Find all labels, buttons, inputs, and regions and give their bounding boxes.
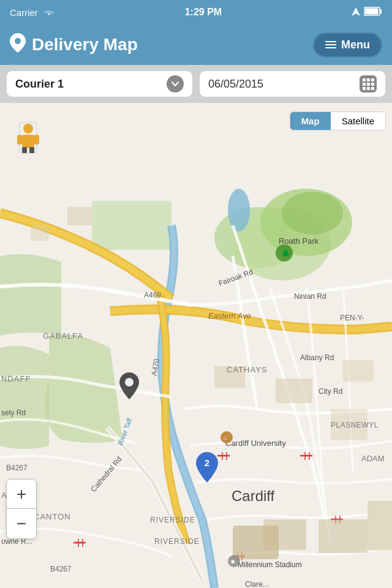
svg-point-78 [125,378,134,386]
svg-rect-32 [343,360,374,382]
delivery-pin-1[interactable] [119,372,139,402]
svg-text:CATHAYS: CATHAYS [227,365,267,374]
svg-text:City Rd: City Rd [318,387,342,396]
calendar-grid-icon [360,75,377,92]
battery-icon [364,7,382,18]
svg-rect-2 [380,9,382,13]
svg-text:Cardiff University: Cardiff University [225,439,286,448]
svg-text:⌂: ⌂ [224,434,227,441]
svg-text:Cardiff: Cardiff [232,488,275,504]
courier-dropdown[interactable]: Courier 1 [6,70,193,97]
svg-text:PEN-Y-: PEN-Y- [340,314,364,322]
map-view: Eastern Ave Roath Park PEN-Y- GABALFA A4… [0,103,392,588]
map-type-toggle: Map Satellite [290,111,386,130]
svg-rect-77 [29,147,34,153]
date-value: 06/05/2015 [208,78,263,91]
zoom-controls: + − [6,479,37,539]
svg-text:A469: A469 [144,291,161,300]
controls-bar: Courier 1 06/05/2015 [0,65,392,103]
svg-rect-34 [318,519,368,553]
svg-text:🌲: 🌲 [281,248,290,257]
svg-text:Millennium Stadium: Millennium Stadium [238,560,302,569]
svg-text:Roath Park: Roath Park [279,236,319,246]
location-arrow-icon [352,7,360,18]
svg-rect-74 [17,135,22,145]
svg-point-11 [228,189,250,232]
zoom-in-button[interactable]: + [7,480,36,509]
svg-text:ADAM: ADAM [361,454,385,463]
svg-text:PLASNEWYL: PLASNEWYL [331,421,379,429]
menu-label: Menu [341,39,370,51]
svg-rect-6 [92,201,172,250]
svg-text:B4267: B4267 [50,565,72,573]
map-container[interactable]: Eastern Ave Roath Park PEN-Y- GABALFA A4… [0,103,392,588]
svg-text:NDAFF: NDAFF [1,374,31,383]
hamburger-icon [325,41,336,48]
delivery-pin-2[interactable]: 2 [196,452,218,485]
courier-value: Courier 1 [15,78,64,91]
svg-text:■: ■ [231,558,235,565]
zoom-out-button[interactable]: − [7,509,36,538]
svg-text:2: 2 [205,458,209,468]
svg-text:Eastern Ave: Eastern Ave [208,311,251,320]
chevron-down-icon [167,75,184,92]
svg-text:Clare...: Clare... [245,580,269,588]
svg-point-72 [23,124,33,134]
svg-marker-0 [352,7,360,16]
svg-rect-27 [67,207,92,225]
svg-text:B4267: B4267 [6,464,28,472]
status-time: 1:29 PM [185,7,222,18]
svg-rect-76 [22,147,27,153]
map-type-satellite-button[interactable]: Satellite [331,112,385,130]
svg-rect-28 [31,225,49,241]
svg-text:sely Rd: sely Rd [1,409,26,417]
svg-text:RIVERSIDE: RIVERSIDE [150,516,195,524]
status-bar: Carrier 1:29 PM [0,0,392,24]
svg-point-10 [282,192,343,235]
wifi-icon [43,7,55,18]
menu-button[interactable]: Menu [313,32,382,58]
svg-rect-36 [233,526,279,559]
svg-text:RIVERSIDE: RIVERSIDE [154,537,200,546]
svg-rect-35 [368,501,392,550]
svg-rect-30 [276,379,312,403]
svg-text:GABALFA: GABALFA [43,331,83,341]
carrier-label: Carrier [10,7,38,18]
svg-text:CANTON: CANTON [34,512,71,521]
courier-person-marker [15,121,42,154]
page-title: Delivery Map [32,35,138,55]
svg-text:Ninian Rd: Ninian Rd [294,292,326,301]
date-picker[interactable]: 06/05/2015 [199,70,386,97]
map-type-map-button[interactable]: Map [290,112,331,130]
app-header: Delivery Map Menu [0,24,392,65]
svg-rect-73 [22,135,34,148]
location-pin-icon [10,33,26,57]
svg-rect-75 [34,135,39,145]
svg-rect-3 [365,9,379,15]
svg-point-4 [15,38,21,44]
svg-text:Albany Rd: Albany Rd [300,353,334,362]
